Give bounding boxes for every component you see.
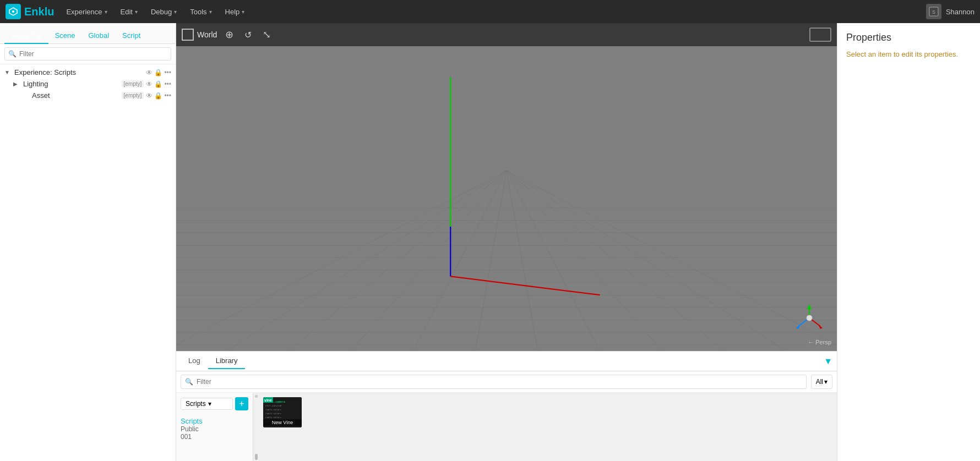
all-filter-dropdown[interactable]: All ▾ bbox=[811, 375, 832, 389]
app-name: Enklu bbox=[24, 6, 54, 18]
bottom-panel: Log Library ▼ 🔍 All ▾ bbox=[176, 351, 837, 461]
eye-icon[interactable]: 👁 bbox=[146, 80, 153, 88]
tab-library[interactable]: Library bbox=[208, 353, 246, 369]
svg-marker-34 bbox=[818, 325, 823, 329]
asset-thumb: focus.camera ctrl.color=# roots.color= r… bbox=[263, 397, 302, 427]
left-panel: Hierarchy Scene Global Script 🔍 ▼ bbox=[0, 23, 176, 461]
bottom-content: Scripts ▾ + Scripts Public 001 bbox=[176, 393, 837, 461]
scripts-add-button[interactable]: + bbox=[235, 397, 248, 410]
tab-global[interactable]: Global bbox=[82, 28, 116, 44]
search-icon: 🔍 bbox=[8, 50, 17, 58]
user-name: Shannon bbox=[946, 8, 974, 16]
scripts-list-number: 001 bbox=[181, 433, 248, 441]
asset-thumb-label: New Vine bbox=[263, 419, 302, 426]
tree-arrow-right-icon: ▶ bbox=[13, 81, 22, 87]
scene-svg bbox=[176, 46, 837, 351]
svg-rect-3 bbox=[176, 46, 837, 351]
filter-row: 🔍 bbox=[0, 44, 176, 64]
hierarchy-filter-input[interactable] bbox=[4, 47, 171, 61]
lock-icon[interactable]: 🔒 bbox=[154, 92, 162, 100]
tab-hierarchy[interactable]: Hierarchy bbox=[4, 28, 48, 44]
menubar: Enklu Experience ▾ Edit ▾ Debug ▾ Tools … bbox=[0, 0, 980, 23]
library-search-input[interactable] bbox=[181, 375, 807, 389]
menu-debug[interactable]: Debug ▾ bbox=[145, 6, 182, 18]
tree-item-lighting[interactable]: ▶ Lighting [empty] 👁 🔒 ••• bbox=[0, 78, 176, 90]
persp-label: ← Persp bbox=[808, 339, 831, 345]
world-button[interactable]: World bbox=[182, 29, 217, 41]
scripts-header: Scripts ▾ + bbox=[176, 395, 253, 413]
svg-text:vine: vine bbox=[264, 398, 272, 402]
ellipsis-icon[interactable]: ••• bbox=[164, 69, 171, 76]
experience-arrow-icon: ▾ bbox=[105, 9, 107, 15]
scripts-scroll-thumb-2[interactable] bbox=[255, 454, 258, 460]
scene-canvas: ← Persp bbox=[176, 46, 837, 351]
aspect-ratio-button[interactable] bbox=[809, 28, 831, 42]
ellipsis-icon[interactable]: ••• bbox=[164, 92, 171, 100]
svg-text:roots.color=: roots.color= bbox=[265, 416, 281, 419]
lock-icon[interactable]: 🔒 bbox=[154, 69, 162, 76]
scripts-scrollbar[interactable] bbox=[253, 393, 259, 461]
tree-icons-lighting: 👁 🔒 ••• bbox=[146, 80, 171, 88]
help-arrow-icon: ▾ bbox=[242, 9, 244, 15]
scripts-list: Scripts Public 001 bbox=[176, 413, 253, 443]
ellipsis-icon[interactable]: ••• bbox=[164, 80, 171, 88]
axis-gizmo bbox=[793, 301, 826, 334]
debug-arrow-icon: ▾ bbox=[174, 9, 177, 15]
move-tool-icon[interactable]: ⊕ bbox=[222, 27, 236, 42]
scripts-scroll-thumb[interactable] bbox=[255, 395, 258, 398]
eye-icon[interactable]: 👁 bbox=[146, 69, 153, 76]
tree-icons: 👁 🔒 ••• bbox=[146, 69, 171, 76]
user-section: S Shannon bbox=[926, 4, 974, 19]
tab-log[interactable]: Log bbox=[181, 353, 208, 369]
tab-scene[interactable]: Scene bbox=[48, 28, 82, 44]
lock-icon[interactable]: 🔒 bbox=[154, 80, 162, 88]
svg-marker-32 bbox=[807, 304, 812, 309]
library-search-icon: 🔍 bbox=[185, 378, 193, 386]
hierarchy-tree: ▼ Experience: Scripts 👁 🔒 ••• ▶ Lighting… bbox=[0, 64, 176, 461]
scripts-list-subtitle: Public bbox=[181, 425, 248, 433]
menu-edit[interactable]: Edit ▾ bbox=[115, 6, 143, 18]
tree-item-asset[interactable]: ▶ Asset [empty] 👁 🔒 ••• bbox=[0, 90, 176, 101]
world-label: World bbox=[197, 30, 217, 39]
logo-icon bbox=[6, 4, 21, 19]
menu-help[interactable]: Help ▾ bbox=[220, 6, 251, 18]
tree-badge-lighting: [empty] bbox=[122, 80, 144, 87]
tree-label-lighting: Lighting bbox=[23, 80, 122, 88]
svg-text:S: S bbox=[932, 9, 935, 15]
all-dropdown-arrow-icon: ▾ bbox=[824, 378, 827, 386]
eye-icon[interactable]: 👁 bbox=[146, 92, 153, 100]
menu-experience[interactable]: Experience ▾ bbox=[61, 6, 112, 18]
tree-label-asset: Asset bbox=[32, 91, 122, 100]
properties-hint: Select an item to edit its properties. bbox=[846, 49, 971, 60]
scripts-dropdown[interactable]: Scripts ▾ bbox=[181, 398, 233, 410]
scale-tool-icon[interactable]: ⤡ bbox=[260, 27, 274, 42]
bottom-filter-row: 🔍 All ▾ bbox=[176, 371, 837, 393]
svg-marker-36 bbox=[796, 325, 801, 329]
tools-arrow-icon: ▾ bbox=[209, 9, 212, 15]
menu-tools[interactable]: Tools ▾ bbox=[184, 6, 217, 18]
edit-arrow-icon: ▾ bbox=[135, 9, 138, 15]
svg-text:roots.color=: roots.color= bbox=[265, 408, 281, 411]
tree-label: Experience: Scripts bbox=[14, 68, 146, 76]
avatar: S bbox=[926, 4, 941, 19]
scripts-list-title: Scripts bbox=[181, 417, 248, 425]
asset-item-new-vine[interactable]: focus.camera ctrl.color=# roots.color= r… bbox=[263, 397, 302, 427]
main-layout: Hierarchy Scene Global Script 🔍 ▼ bbox=[0, 23, 980, 461]
svg-text:roots.color=: roots.color= bbox=[265, 412, 281, 415]
tab-script[interactable]: Script bbox=[116, 28, 147, 44]
tree-badge-asset: [empty] bbox=[122, 92, 144, 99]
properties-title: Properties bbox=[846, 32, 971, 43]
viewport: World ⊕ ↺ ⤡ bbox=[176, 23, 837, 351]
rotate-tool-icon[interactable]: ↺ bbox=[242, 28, 254, 42]
bottom-tabs: Log Library ▼ bbox=[176, 352, 837, 371]
tree-item-experience-scripts[interactable]: ▼ Experience: Scripts 👁 🔒 ••• bbox=[0, 67, 176, 78]
tree-icons-asset: 👁 🔒 ••• bbox=[146, 92, 171, 100]
svg-point-37 bbox=[807, 315, 812, 321]
world-square-icon bbox=[182, 29, 194, 41]
bottom-panel-collapse-icon[interactable]: ▼ bbox=[824, 356, 832, 366]
scripts-dropdown-arrow-icon: ▾ bbox=[208, 400, 211, 408]
right-panel: Properties Select an item to edit its pr… bbox=[837, 23, 980, 461]
hierarchy-tabs: Hierarchy Scene Global Script bbox=[0, 23, 176, 44]
assets-grid: focus.camera ctrl.color=# roots.color= r… bbox=[259, 393, 837, 461]
viewport-toolbar: World ⊕ ↺ ⤡ bbox=[176, 23, 837, 46]
